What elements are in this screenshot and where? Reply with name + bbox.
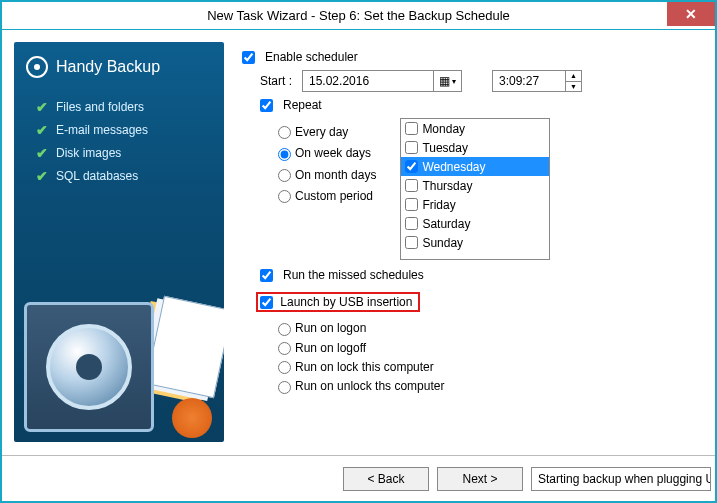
run-missed-label: Run the missed schedules (283, 268, 424, 282)
brand-name: Handy Backup (56, 58, 160, 76)
weekday-checkbox[interactable] (405, 122, 418, 135)
check-icon: ✔ (36, 145, 48, 161)
safe-handle-icon (76, 354, 102, 380)
status-tooltip: Starting backup when plugging USB (531, 467, 711, 491)
close-icon: ✕ (685, 6, 697, 22)
freq-every-day[interactable]: Every day (278, 125, 376, 139)
feature-item: ✔Disk images (36, 145, 224, 161)
weekday-checkbox[interactable] (405, 160, 418, 173)
freq-week-days[interactable]: On week days (278, 146, 376, 160)
start-date-value: 15.02.2016 (303, 74, 433, 88)
run-on-unlock-radio[interactable] (278, 381, 291, 394)
check-icon: ✔ (36, 168, 48, 184)
weekday-checkbox[interactable] (405, 198, 418, 211)
run-on-lock[interactable]: Run on lock this computer (278, 360, 703, 374)
main-panel: Enable scheduler Start : 15.02.2016 ▦▾ 3… (242, 42, 703, 455)
calendar-dropdown-icon[interactable]: ▦▾ (433, 71, 461, 91)
weekday-label: Saturday (422, 217, 470, 231)
run-on-logon[interactable]: Run on logon (278, 321, 703, 335)
start-time-field[interactable]: 3:09:27 ▲ ▼ (492, 70, 582, 92)
brand-logo-icon (26, 56, 48, 78)
usb-launch-label: Launch by USB insertion (280, 295, 412, 309)
usb-launch-checkbox[interactable] (260, 296, 273, 309)
weekday-label: Tuesday (422, 141, 468, 155)
weekday-label: Wednesday (422, 160, 485, 174)
feature-label: SQL databases (56, 169, 138, 183)
weekday-item[interactable]: Thursday (401, 176, 549, 195)
run-missed-checkbox[interactable] (260, 269, 273, 282)
window-title: New Task Wizard - Step 6: Set the Backup… (207, 8, 510, 23)
run-on-logon-radio[interactable] (278, 323, 291, 336)
weekday-list[interactable]: MondayTuesdayWednesdayThursdayFridaySatu… (400, 118, 550, 260)
weekday-checkbox[interactable] (405, 141, 418, 154)
feature-item: ✔Files and folders (36, 99, 224, 115)
run-on-lock-radio[interactable] (278, 361, 291, 374)
titlebar: New Task Wizard - Step 6: Set the Backup… (2, 2, 715, 30)
run-missed-row: Run the missed schedules (260, 268, 703, 282)
repeat-label: Repeat (283, 98, 322, 112)
feature-label: Disk images (56, 146, 121, 160)
freq-month-days-radio[interactable] (278, 169, 291, 182)
weekday-label: Sunday (422, 236, 463, 250)
weekday-checkbox[interactable] (405, 236, 418, 249)
wizard-footer: < Back Next > Starting backup when plugg… (2, 455, 715, 501)
weekday-item[interactable]: Wednesday (401, 157, 549, 176)
spin-up-icon[interactable]: ▲ (566, 71, 581, 82)
weekday-label: Friday (422, 198, 455, 212)
sidebar-banner: Handy Backup ✔Files and folders ✔E-mail … (14, 42, 224, 442)
start-date-field[interactable]: 15.02.2016 ▦▾ (302, 70, 462, 92)
weekday-checkbox[interactable] (405, 217, 418, 230)
weekday-label: Monday (422, 122, 465, 136)
feature-label: E-mail messages (56, 123, 148, 137)
enable-scheduler-label: Enable scheduler (265, 50, 358, 64)
frequency-block: Every day On week days On month days Cus… (278, 118, 703, 260)
next-button[interactable]: Next > (437, 467, 523, 491)
wizard-window: New Task Wizard - Step 6: Set the Backup… (0, 0, 717, 503)
repeat-row: Repeat (260, 98, 703, 112)
freq-custom[interactable]: Custom period (278, 189, 376, 203)
weekday-item[interactable]: Saturday (401, 214, 549, 233)
enable-scheduler-checkbox[interactable] (242, 51, 255, 64)
safe-illustration (14, 242, 224, 442)
freq-week-days-radio[interactable] (278, 148, 291, 161)
start-label: Start : (260, 74, 292, 88)
freq-every-day-radio[interactable] (278, 126, 291, 139)
feature-item: ✔SQL databases (36, 168, 224, 184)
weekday-label: Thursday (422, 179, 472, 193)
run-on-logoff-radio[interactable] (278, 342, 291, 355)
usb-launch-highlight: Launch by USB insertion (256, 292, 420, 312)
feature-list: ✔Files and folders ✔E-mail messages ✔Dis… (14, 86, 224, 184)
feature-label: Files and folders (56, 100, 144, 114)
gear-icon (172, 398, 212, 438)
freq-custom-radio[interactable] (278, 190, 291, 203)
repeat-checkbox[interactable] (260, 99, 273, 112)
brand-row: Handy Backup (14, 42, 224, 86)
close-button[interactable]: ✕ (667, 2, 715, 26)
freq-month-days[interactable]: On month days (278, 168, 376, 182)
weekday-item[interactable]: Tuesday (401, 138, 549, 157)
spin-down-icon[interactable]: ▼ (566, 82, 581, 92)
run-trigger-options: Run on logon Run on logoff Run on lock t… (242, 321, 703, 393)
feature-item: ✔E-mail messages (36, 122, 224, 138)
check-icon: ✔ (36, 99, 48, 115)
run-on-logoff[interactable]: Run on logoff (278, 341, 703, 355)
weekday-checkbox[interactable] (405, 179, 418, 192)
back-button[interactable]: < Back (343, 467, 429, 491)
run-on-unlock[interactable]: Run on unlock ths computer (278, 379, 703, 393)
check-icon: ✔ (36, 122, 48, 138)
time-spinner[interactable]: ▲ ▼ (565, 71, 581, 91)
papers-icon (145, 296, 224, 399)
weekday-item[interactable]: Sunday (401, 233, 549, 252)
content-area: Handy Backup ✔Files and folders ✔E-mail … (2, 30, 715, 455)
weekday-item[interactable]: Monday (401, 119, 549, 138)
enable-scheduler-row: Enable scheduler (242, 50, 703, 64)
weekday-item[interactable]: Friday (401, 195, 549, 214)
frequency-radios: Every day On week days On month days Cus… (278, 118, 376, 210)
start-time-value: 3:09:27 (493, 74, 565, 88)
start-row: Start : 15.02.2016 ▦▾ 3:09:27 ▲ ▼ (260, 70, 703, 92)
